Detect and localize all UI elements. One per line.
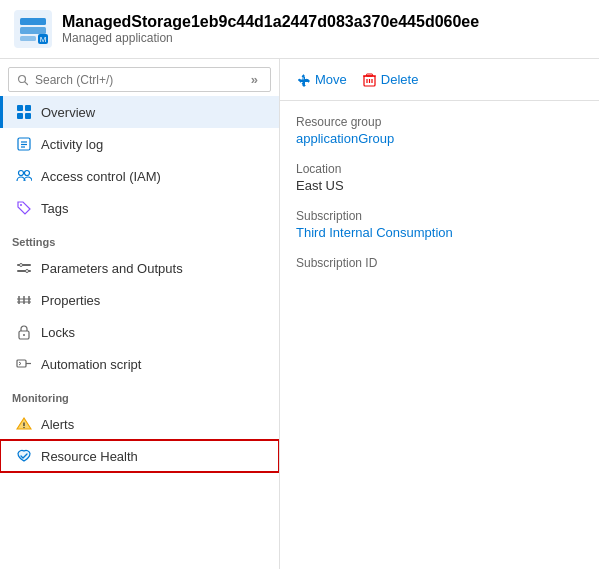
- svg-line-7: [25, 81, 28, 84]
- svg-point-29: [23, 334, 25, 336]
- subscription-id-label: Subscription ID: [296, 256, 583, 270]
- resource-group-property: Resource group applicationGroup: [296, 115, 583, 146]
- content-area: Move Delete Resource group applicationGr…: [280, 59, 599, 569]
- sidebar-item-properties[interactable]: Properties: [0, 284, 279, 316]
- svg-point-18: [20, 204, 22, 206]
- sidebar-item-resource-health-label: Resource Health: [41, 449, 138, 464]
- delete-icon: [363, 73, 376, 87]
- toolbar: Move Delete: [280, 59, 599, 101]
- resource-health-icon: [15, 447, 33, 465]
- svg-point-34: [23, 427, 24, 428]
- app-icon: M: [14, 10, 52, 48]
- svg-rect-9: [25, 105, 31, 111]
- resource-group-label: Resource group: [296, 115, 583, 129]
- activity-log-icon: [15, 135, 33, 153]
- move-label: Move: [315, 72, 347, 87]
- settings-section-label: Settings: [0, 224, 279, 252]
- overview-icon: [15, 103, 33, 121]
- parameters-icon: [15, 259, 33, 277]
- sidebar-item-parameters[interactable]: Parameters and Outputs: [0, 252, 279, 284]
- properties-icon: [15, 291, 33, 309]
- svg-point-21: [20, 264, 23, 267]
- locks-icon: [15, 323, 33, 341]
- sidebar-item-activity-log-label: Activity log: [41, 137, 103, 152]
- svg-text:M: M: [40, 35, 47, 44]
- sidebar-item-locks[interactable]: Locks: [0, 316, 279, 348]
- resource-group-value[interactable]: applicationGroup: [296, 131, 583, 146]
- svg-rect-2: [20, 27, 46, 34]
- sidebar-item-automation-label: Automation script: [41, 357, 141, 372]
- subscription-value[interactable]: Third Internal Consumption: [296, 225, 583, 240]
- svg-rect-3: [20, 36, 36, 41]
- tags-icon: [15, 199, 33, 217]
- subscription-property: Subscription Third Internal Consumption: [296, 209, 583, 240]
- subscription-label: Subscription: [296, 209, 583, 223]
- sidebar-item-tags[interactable]: Tags: [0, 192, 279, 224]
- move-icon: [296, 73, 310, 87]
- sidebar-item-alerts-label: Alerts: [41, 417, 74, 432]
- delete-button[interactable]: Delete: [363, 69, 419, 90]
- location-value: East US: [296, 178, 583, 193]
- sidebar-item-resource-health[interactable]: Resource Health: [0, 440, 279, 472]
- sidebar: » Overview: [0, 59, 280, 569]
- svg-rect-8: [17, 105, 23, 111]
- sidebar-item-access-control[interactable]: Access control (IAM): [0, 160, 279, 192]
- sidebar-item-access-control-label: Access control (IAM): [41, 169, 161, 184]
- sidebar-item-overview[interactable]: Overview: [0, 96, 279, 128]
- delete-label: Delete: [381, 72, 419, 87]
- header-text-block: ManagedStorage1eb9c44d1a2447d083a370e445…: [62, 13, 479, 45]
- sidebar-item-overview-label: Overview: [41, 105, 95, 120]
- svg-rect-10: [17, 113, 23, 119]
- search-icon: [17, 74, 29, 86]
- sidebar-item-properties-label: Properties: [41, 293, 100, 308]
- svg-rect-11: [25, 113, 31, 119]
- monitoring-section-label: Monitoring: [0, 380, 279, 408]
- svg-point-22: [26, 270, 29, 273]
- alerts-icon: [15, 415, 33, 433]
- access-control-icon: [15, 167, 33, 185]
- app-subtitle: Managed application: [62, 31, 479, 45]
- search-box[interactable]: »: [8, 67, 271, 92]
- main-layout: » Overview: [0, 59, 599, 569]
- collapse-button[interactable]: »: [247, 72, 262, 87]
- location-label: Location: [296, 162, 583, 176]
- sidebar-item-parameters-label: Parameters and Outputs: [41, 261, 183, 276]
- sidebar-item-alerts[interactable]: Alerts: [0, 408, 279, 440]
- sidebar-item-activity-log[interactable]: Activity log: [0, 128, 279, 160]
- svg-point-17: [25, 171, 30, 176]
- location-property: Location East US: [296, 162, 583, 193]
- sidebar-item-automation[interactable]: Automation script: [0, 348, 279, 380]
- svg-point-16: [19, 171, 24, 176]
- search-input[interactable]: [35, 73, 247, 87]
- properties-panel: Resource group applicationGroup Location…: [280, 101, 599, 300]
- svg-rect-1: [20, 18, 46, 25]
- svg-rect-46: [366, 74, 372, 76]
- move-button[interactable]: Move: [296, 69, 347, 90]
- subscription-id-property: Subscription ID: [296, 256, 583, 270]
- app-header: M ManagedStorage1eb9c44d1a2447d083a370e4…: [0, 0, 599, 59]
- sidebar-item-tags-label: Tags: [41, 201, 68, 216]
- automation-icon: [15, 355, 33, 373]
- sidebar-item-locks-label: Locks: [41, 325, 75, 340]
- app-title: ManagedStorage1eb9c44d1a2447d083a370e445…: [62, 13, 479, 31]
